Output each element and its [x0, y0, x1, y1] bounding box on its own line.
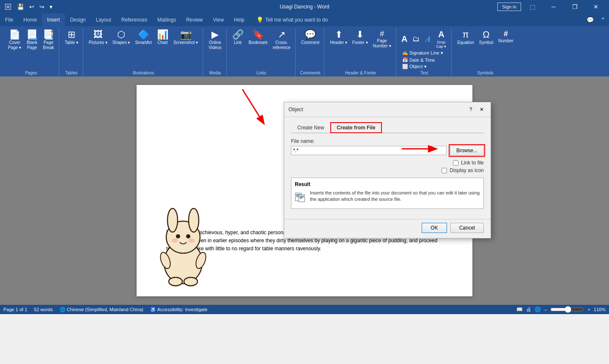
document-page: Usagi has a mischievous, hyper, and chao… [137, 85, 472, 296]
pictures-button[interactable]: 🖼 Pictures ▾ [87, 29, 110, 47]
title-bar-left: 🅆 💾 ↩ ↪ ▾ [3, 3, 54, 11]
dialog-help-button[interactable]: ? [466, 105, 475, 114]
comments-group-label: Comments [299, 70, 321, 77]
dialog-body: Create New Create from File File [284, 117, 491, 217]
ribbon-collapse-button[interactable]: ⌃ [597, 14, 609, 26]
object-result-icon [295, 190, 306, 205]
shapes-icon: ⬡ [117, 30, 125, 39]
bookmark-button[interactable]: 🔖 Bookmark [247, 29, 270, 47]
status-right: 📖 🖨 🌐 – + 110% [516, 306, 606, 313]
cover-page-button[interactable]: 📄 CoverPage ▾ [6, 29, 23, 52]
sign-in-button[interactable]: Sign in [497, 3, 521, 11]
dialog-titlebar: Object ? ✕ [284, 102, 491, 117]
chart-button[interactable]: 📊 Chart [155, 29, 170, 47]
file-input-row: Browse... [291, 145, 484, 156]
window-controls: Sign in ⬚ ─ ❒ ✕ [497, 0, 606, 14]
ribbon-tabs: File Home Insert Design Layout Reference… [0, 14, 609, 26]
display-as-icon-checkbox[interactable] [442, 168, 447, 173]
quick-parts-button[interactable]: 🗂 [411, 34, 422, 44]
links-group-label: Links [230, 70, 293, 77]
print-layout-button[interactable]: 🖨 [526, 307, 531, 312]
tab-review[interactable]: Review [181, 14, 208, 26]
object-button[interactable]: ⬜ Object ▾ [401, 63, 445, 70]
symbol-button[interactable]: Ω Symbol [477, 29, 495, 47]
smartart-button[interactable]: 🔷 SmartArt [133, 29, 154, 47]
number-button[interactable]: # Number [496, 29, 516, 45]
redo-button[interactable]: ↪ [38, 3, 46, 11]
page-break-icon: 📑 [43, 30, 54, 39]
link-button[interactable]: 🔗 Link [230, 29, 246, 47]
restore-button[interactable]: ❒ [565, 0, 584, 14]
comment-button[interactable]: 💬 Comment [299, 29, 321, 47]
qs-dropdown-button[interactable]: ▾ [48, 3, 54, 11]
online-videos-button[interactable]: ▶ OnlineVideos [206, 29, 223, 52]
arrow-indicator [208, 85, 293, 131]
wordart-button[interactable]: 𝐴 [423, 33, 432, 45]
tab-references[interactable]: References [116, 14, 152, 26]
tab-home[interactable]: Home [18, 14, 42, 26]
tell-me-input[interactable] [265, 17, 341, 23]
blank-page-button[interactable]: 📃 BlankPage [24, 29, 40, 52]
tab-insert[interactable]: Insert [42, 14, 65, 26]
cross-reference-button[interactable]: ↗ Cross-reference [271, 29, 293, 52]
dialog-close-button[interactable]: ✕ [477, 105, 486, 114]
page-break-button[interactable]: 📑 PageBreak [41, 29, 56, 52]
text-group-label: Text [400, 70, 449, 77]
result-description: Inserts the contents of the file into yo… [310, 190, 480, 203]
display-as-icon-label: Display as icon [450, 167, 484, 173]
ribbon-group-links: 🔗 Link 🔖 Bookmark ↗ Cross-reference Link… [228, 28, 296, 77]
tab-help[interactable]: Help [229, 14, 250, 26]
pictures-icon: 🖼 [93, 30, 103, 39]
cancel-button[interactable]: Cancel [450, 223, 484, 233]
read-mode-button[interactable]: 📖 [516, 307, 523, 312]
svg-rect-21 [299, 198, 302, 198]
ribbon-group-text: A 🗂 𝐴 A DropCap ▾ ✍ [397, 28, 452, 77]
equation-button[interactable]: π Equation [455, 29, 476, 47]
drop-cap-button[interactable]: A DropCap ▾ [433, 29, 449, 49]
page-number-button[interactable]: # PageNumber ▾ [371, 29, 393, 50]
symbol-icon: Ω [483, 30, 489, 39]
bookmark-icon: 🔖 [252, 30, 264, 39]
table-button[interactable]: ⊞ Table ▾ [63, 29, 80, 47]
text-box-button[interactable]: A [400, 33, 409, 45]
header-button[interactable]: ⬆ Header ▾ [328, 29, 349, 47]
minimize-button[interactable]: ─ [544, 0, 563, 14]
word-icon-button[interactable]: 🅆 [3, 3, 13, 11]
file-name-input[interactable] [291, 146, 447, 155]
cross-reference-icon: ↗ [278, 30, 285, 39]
screenshot-button[interactable]: 📷 Screenshot ▾ [171, 29, 200, 47]
cover-page-icon: 📄 [9, 30, 20, 39]
link-to-file-checkbox[interactable] [453, 160, 458, 166]
title-bar: 🅆 💾 ↩ ↪ ▾ Usagi Dancing - Word Sign in ⬚… [0, 0, 609, 14]
tab-create-from-file[interactable]: Create from File [330, 122, 381, 133]
tab-mailings[interactable]: Mailings [152, 14, 181, 26]
signature-line-label: Signature Line ▾ [409, 50, 443, 56]
tab-file[interactable]: File [0, 14, 18, 26]
footer-button[interactable]: ⬇ Footer ▾ [350, 29, 370, 47]
word-count: 52 words [34, 307, 53, 312]
document-area: Usagi has a mischievous, hyper, and chao… [0, 77, 609, 305]
ribbon-group-symbols: π Equation Ω Symbol # Number Symbols [453, 28, 518, 77]
tab-design[interactable]: Design [65, 14, 91, 26]
comments-icon[interactable]: 💬 [583, 14, 597, 26]
save-button[interactable]: 💾 [15, 3, 26, 11]
text-box-icon: A [401, 34, 407, 44]
zoom-in-icon: + [587, 307, 590, 312]
zoom-slider[interactable] [550, 306, 584, 313]
ok-button[interactable]: OK [422, 223, 447, 233]
ribbon-group-pages: 📄 CoverPage ▾ 📃 BlankPage 📑 PageBreak Pa… [3, 28, 59, 77]
pages-group-label: Pages [6, 70, 56, 77]
close-button[interactable]: ✕ [586, 0, 606, 14]
tab-layout[interactable]: Layout [91, 14, 116, 26]
browse-button[interactable]: Browse... [450, 145, 484, 156]
tab-view[interactable]: View [208, 14, 229, 26]
date-time-button[interactable]: 📅 Date & Time [401, 57, 445, 63]
ribbon-group-comments: 💬 Comment Comments [296, 28, 324, 77]
signature-line-button[interactable]: ✍ Signature Line ▾ [401, 50, 445, 56]
layout-icon-button[interactable]: ⬚ [523, 0, 542, 14]
undo-button[interactable]: ↩ [27, 3, 36, 11]
shapes-button[interactable]: ⬡ Shapes ▾ [110, 29, 132, 47]
tab-create-new[interactable]: Create New [291, 122, 330, 133]
wordart-icon: 𝐴 [425, 34, 430, 44]
web-layout-button[interactable]: 🌐 [535, 307, 541, 312]
